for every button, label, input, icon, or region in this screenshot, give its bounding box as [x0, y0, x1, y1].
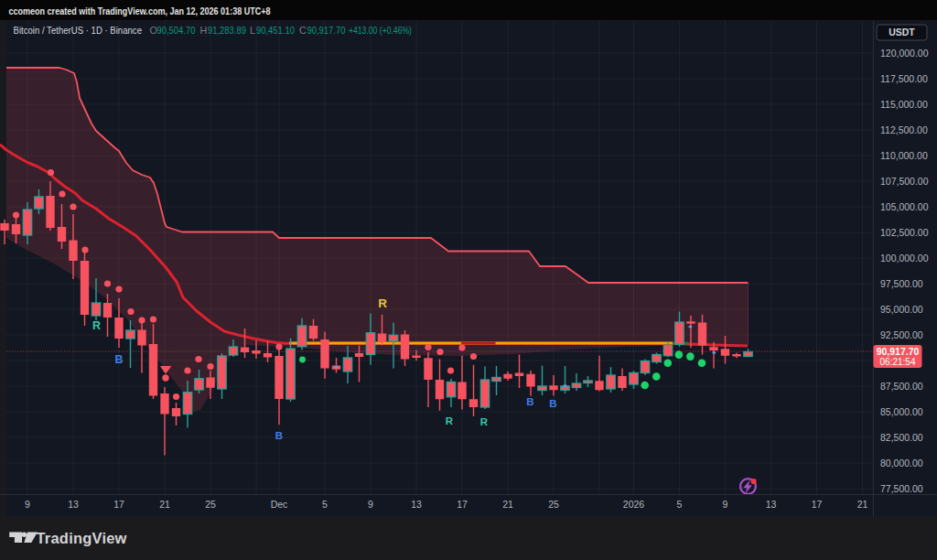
svg-text:H: H	[200, 25, 208, 36]
svg-text:95,000.00: 95,000.00	[880, 304, 923, 315]
svg-text:13: 13	[411, 499, 422, 510]
svg-text:9: 9	[368, 499, 373, 510]
svg-text:13: 13	[766, 499, 777, 510]
svg-text:R: R	[92, 319, 101, 332]
svg-text:90,917.70: 90,917.70	[877, 346, 920, 357]
svg-text:85,000.00: 85,000.00	[880, 406, 923, 417]
svg-text:Dec: Dec	[271, 499, 288, 510]
svg-text:90,451.10: 90,451.10	[256, 25, 295, 36]
svg-text:17: 17	[812, 499, 823, 510]
svg-text:5: 5	[322, 499, 328, 510]
svg-text:90,504.70: 90,504.70	[157, 25, 196, 36]
svg-text:06:21:54: 06:21:54	[880, 357, 916, 367]
svg-text:77,500.00: 77,500.00	[880, 483, 923, 494]
svg-text:105,000.00: 105,000.00	[880, 201, 929, 212]
svg-text:87,500.00: 87,500.00	[880, 381, 923, 392]
svg-text:R: R	[480, 416, 489, 427]
svg-text:21: 21	[502, 499, 513, 510]
svg-text:R: R	[446, 415, 454, 426]
svg-text:C: C	[299, 25, 307, 36]
svg-text:17: 17	[457, 499, 468, 510]
svg-text:21: 21	[857, 499, 868, 510]
svg-text:B: B	[114, 353, 123, 366]
svg-text:120,000.00: 120,000.00	[880, 48, 929, 59]
svg-text:2026: 2026	[623, 499, 645, 510]
svg-text:Bitcoin / TetherUS · 1D · Bina: Bitcoin / TetherUS · 1D · Binance	[14, 25, 143, 36]
svg-text:25: 25	[548, 499, 559, 510]
svg-text:91,283.89: 91,283.89	[208, 25, 246, 36]
svg-text:82,500.00: 82,500.00	[880, 432, 923, 443]
svg-text:B: B	[526, 396, 533, 407]
svg-text:117,500.00: 117,500.00	[880, 73, 928, 84]
svg-text:97,500.00: 97,500.00	[880, 278, 923, 289]
svg-text:25: 25	[205, 499, 216, 510]
svg-text:B: B	[275, 430, 283, 441]
svg-text:102,500.00: 102,500.00	[880, 227, 929, 238]
svg-text:13: 13	[68, 499, 79, 510]
svg-text:90,917.70: 90,917.70	[307, 25, 346, 36]
svg-text:92,500.00: 92,500.00	[880, 329, 923, 340]
svg-text:5: 5	[677, 499, 683, 510]
svg-text:17: 17	[113, 499, 124, 510]
svg-text:110,000.00: 110,000.00	[880, 150, 928, 161]
svg-text:L: L	[250, 25, 255, 36]
svg-text:21: 21	[159, 499, 170, 510]
svg-text:ccomeon created with TradingVi: ccomeon created with TradingView.com, Ja…	[9, 5, 271, 16]
svg-text:107,500.00: 107,500.00	[880, 176, 929, 187]
svg-text:100,000.00: 100,000.00	[880, 253, 929, 264]
svg-text:112,500.00: 112,500.00	[880, 124, 928, 135]
svg-text:B: B	[549, 398, 556, 409]
svg-text:+413.00 (+0.46%): +413.00 (+0.46%)	[349, 25, 412, 36]
svg-text:9: 9	[723, 499, 728, 510]
svg-text:9: 9	[25, 499, 30, 510]
svg-text:TradingView: TradingView	[37, 530, 127, 546]
svg-text:80,000.00: 80,000.00	[880, 458, 923, 468]
svg-text:115,000.00: 115,000.00	[880, 99, 928, 110]
svg-text:USDT: USDT	[889, 27, 915, 38]
svg-text:R: R	[378, 296, 387, 310]
